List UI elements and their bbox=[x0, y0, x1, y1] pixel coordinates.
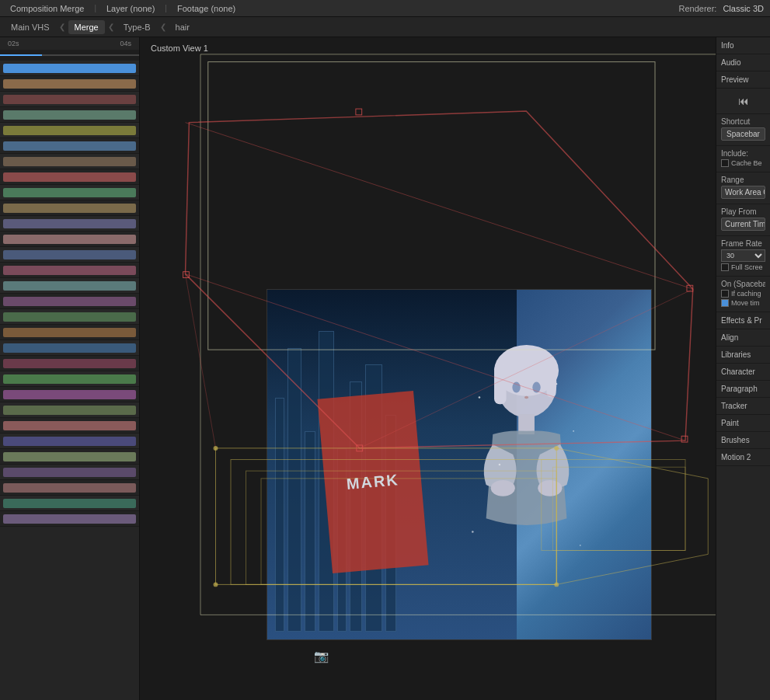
panel-brushes[interactable]: Brushes bbox=[716, 432, 770, 449]
layer-row[interactable] bbox=[0, 216, 139, 232]
layer-bar bbox=[3, 437, 136, 446]
play-from-section: Play From Current Tim bbox=[716, 204, 770, 236]
svg-rect-34 bbox=[183, 272, 190, 278]
layer-row[interactable] bbox=[0, 340, 139, 356]
layer-row[interactable] bbox=[0, 434, 139, 449]
svg-rect-33 bbox=[687, 285, 693, 291]
svg-point-4 bbox=[513, 382, 521, 393]
include-label: Include: bbox=[721, 149, 765, 158]
layer-bar bbox=[3, 483, 136, 493]
layer-row[interactable] bbox=[0, 169, 139, 185]
right-panel: Info Audio Preview ⏮ Shortcut Spacebar I… bbox=[716, 37, 770, 700]
current-time-value[interactable]: Current Tim bbox=[721, 218, 765, 231]
viewport-canvas[interactable]: MARK bbox=[140, 37, 716, 700]
layer-bar bbox=[3, 157, 136, 166]
layer-row[interactable] bbox=[0, 263, 139, 278]
footage-menu[interactable]: Footage (none) bbox=[173, 2, 239, 15]
full-screen-checkbox[interactable] bbox=[721, 263, 729, 271]
layer-bar bbox=[3, 343, 136, 353]
layer-row[interactable] bbox=[0, 465, 139, 480]
tab-hair[interactable]: hair bbox=[169, 20, 196, 34]
cache-be-checkbox[interactable] bbox=[721, 159, 729, 167]
layer-row[interactable] bbox=[0, 232, 139, 247]
layer-bar bbox=[3, 141, 136, 151]
panel-motion2[interactable]: Motion 2 bbox=[716, 449, 770, 466]
layer-bar bbox=[3, 188, 136, 197]
if-caching-checkbox[interactable] bbox=[721, 290, 729, 298]
panel-paint[interactable]: Paint bbox=[716, 415, 770, 432]
layer-bar bbox=[3, 110, 136, 120]
layer-row[interactable] bbox=[0, 200, 139, 216]
svg-rect-2 bbox=[494, 364, 507, 404]
layer-row[interactable] bbox=[0, 402, 139, 418]
svg-point-10 bbox=[479, 396, 481, 399]
tab-bar: Main VHS ❮ Merge ❮ Type-B ❮ hair bbox=[0, 17, 770, 37]
tab-type-b[interactable]: Type-B bbox=[117, 20, 157, 34]
layer-bar bbox=[3, 235, 136, 244]
layer-row[interactable] bbox=[0, 356, 139, 371]
layer-row[interactable] bbox=[0, 418, 139, 434]
panel-info[interactable]: Info bbox=[716, 37, 770, 54]
layer-row[interactable] bbox=[0, 185, 139, 200]
tab-main-vhs[interactable]: Main VHS bbox=[5, 20, 56, 34]
layer-bar bbox=[3, 390, 136, 399]
shortcut-value[interactable]: Spacebar bbox=[721, 127, 765, 141]
time-label-2s: 02s bbox=[8, 40, 19, 47]
svg-point-9 bbox=[538, 480, 563, 496]
layer-row[interactable] bbox=[0, 480, 139, 496]
layer-row[interactable] bbox=[0, 511, 139, 527]
layer-row[interactable] bbox=[0, 309, 139, 325]
svg-point-5 bbox=[533, 382, 541, 393]
cache-be-row: Cache Be bbox=[721, 159, 765, 167]
layer-row[interactable] bbox=[0, 294, 139, 309]
layer-row[interactable] bbox=[0, 449, 139, 465]
panel-audio[interactable]: Audio bbox=[716, 54, 770, 71]
play-from-label: Play From bbox=[721, 207, 765, 216]
layer-bar bbox=[3, 204, 136, 213]
layer-row[interactable] bbox=[0, 138, 139, 154]
play-from-start-icon[interactable]: ⏮ bbox=[721, 92, 765, 110]
layer-row[interactable] bbox=[0, 247, 139, 263]
viewport-label: Custom View 1 bbox=[151, 44, 208, 53]
building-1 bbox=[275, 398, 284, 632]
layer-row[interactable] bbox=[0, 387, 139, 402]
layer-row[interactable] bbox=[0, 154, 139, 169]
work-area-value[interactable]: Work Area O bbox=[721, 186, 765, 199]
layer-bar bbox=[3, 95, 136, 104]
layer-row[interactable] bbox=[0, 107, 139, 123]
panel-preview[interactable]: Preview bbox=[716, 71, 770, 89]
panel-character[interactable]: Character bbox=[716, 364, 770, 381]
range-section: Range Work Area O bbox=[716, 172, 770, 204]
layer-row[interactable] bbox=[0, 76, 139, 92]
move-time-checkbox[interactable] bbox=[721, 299, 729, 307]
anime-image-inner: MARK bbox=[267, 290, 651, 639]
panel-libraries[interactable]: Libraries bbox=[716, 347, 770, 364]
layer-row[interactable] bbox=[0, 325, 139, 340]
panel-effects[interactable]: Effects & Pr bbox=[716, 312, 770, 329]
layer-bar bbox=[3, 514, 136, 524]
shortcut-label: Shortcut bbox=[721, 117, 765, 126]
renderer-label: Renderer: bbox=[679, 4, 717, 13]
panel-align[interactable]: Align bbox=[716, 329, 770, 347]
svg-point-13 bbox=[556, 383, 558, 385]
frame-rate-label: Frame Rate bbox=[721, 239, 765, 248]
panel-tracker[interactable]: Tracker bbox=[716, 398, 770, 415]
layer-bar bbox=[3, 79, 136, 89]
layer-row[interactable] bbox=[0, 92, 139, 107]
scrubber-area[interactable] bbox=[0, 50, 139, 61]
composition-menu[interactable]: Composition Merge bbox=[6, 2, 88, 15]
tab-merge[interactable]: Merge bbox=[68, 20, 105, 34]
layer-row[interactable] bbox=[0, 371, 139, 387]
svg-point-37 bbox=[214, 446, 218, 451]
layer-row[interactable] bbox=[0, 123, 139, 138]
panel-paragraph[interactable]: Paragraph bbox=[716, 381, 770, 398]
layer-bar bbox=[3, 468, 136, 477]
svg-point-6 bbox=[524, 396, 528, 399]
layer-row[interactable] bbox=[0, 496, 139, 511]
layer-row[interactable] bbox=[0, 278, 139, 294]
layer-row[interactable] bbox=[0, 61, 139, 76]
character-area bbox=[459, 290, 594, 639]
layer-menu[interactable]: Layer (none) bbox=[103, 2, 159, 15]
frame-rate-select[interactable]: 30 24 60 bbox=[721, 249, 765, 262]
sep1: | bbox=[94, 4, 96, 12]
